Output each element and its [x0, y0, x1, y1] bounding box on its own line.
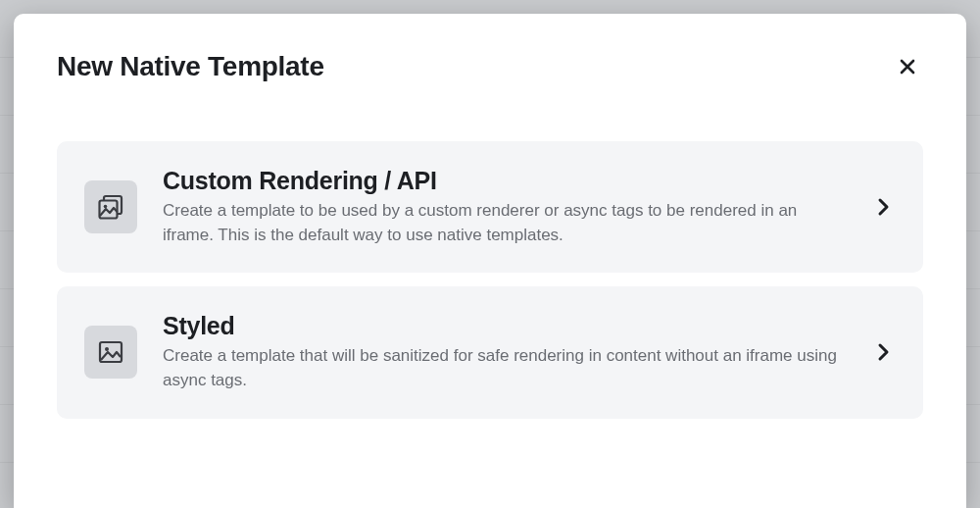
close-button[interactable] — [892, 51, 923, 82]
option-description: Create a template that will be sanitized… — [163, 344, 851, 392]
modal-header: New Native Template — [14, 14, 966, 82]
svg-point-2 — [104, 205, 108, 209]
gallery-stack-icon — [84, 180, 137, 233]
option-text: Styled Create a template that will be sa… — [163, 312, 851, 392]
image-icon — [84, 326, 137, 379]
modal-title: New Native Template — [57, 51, 324, 82]
option-text: Custom Rendering / API Create a template… — [163, 167, 851, 247]
template-option-list: Custom Rendering / API Create a template… — [14, 82, 966, 419]
chevron-right-icon — [876, 196, 894, 218]
option-title: Styled — [163, 312, 851, 340]
svg-point-4 — [105, 347, 109, 351]
option-title: Custom Rendering / API — [163, 167, 851, 195]
option-custom-rendering-api[interactable]: Custom Rendering / API Create a template… — [57, 141, 923, 273]
new-native-template-modal: New Native Template Custom Rendering / — [14, 14, 966, 508]
close-icon — [898, 57, 917, 76]
option-description: Create a template to be used by a custom… — [163, 199, 851, 247]
option-styled[interactable]: Styled Create a template that will be sa… — [57, 286, 923, 418]
chevron-right-icon — [876, 341, 894, 363]
